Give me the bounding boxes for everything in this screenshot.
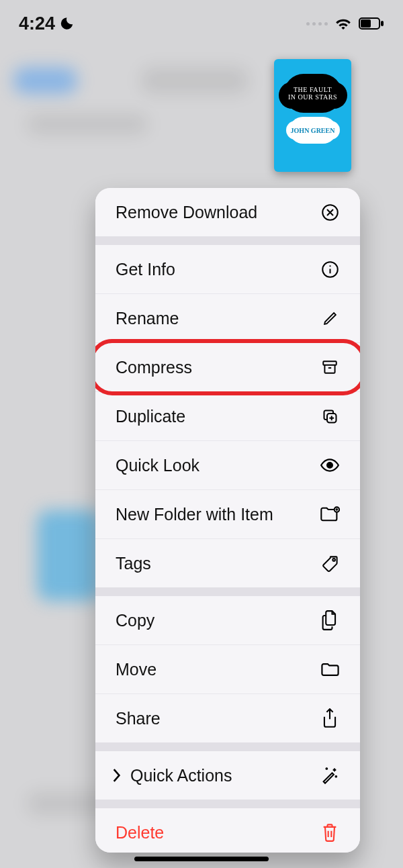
menu-item-label: Get Info	[116, 260, 320, 279]
file-preview-thumbnail[interactable]: THE FAULTIN OUR STARS JOHN GREEN	[274, 59, 351, 172]
menu-item-label: Share	[116, 709, 320, 728]
dnd-moon-icon	[59, 16, 74, 31]
book-title-cloud: THE FAULTIN OUR STARS	[284, 74, 342, 113]
menu-item-label: Remove Download	[116, 203, 320, 222]
menu-item-delete[interactable]: Delete	[95, 808, 360, 853]
menu-item-quick-look[interactable]: Quick Look	[95, 441, 360, 490]
menu-item-label: Copy	[116, 611, 320, 630]
chevron-right-icon	[111, 768, 121, 783]
menu-separator	[95, 742, 360, 751]
folder-icon	[320, 659, 340, 679]
menu-item-copy[interactable]: Copy	[95, 596, 360, 645]
share-icon	[320, 708, 340, 728]
trash-icon	[320, 822, 340, 842]
menu-item-label: Delete	[116, 823, 320, 842]
menu-item-move[interactable]: Move	[95, 645, 360, 694]
home-indicator	[134, 857, 269, 861]
battery-icon	[359, 17, 384, 30]
menu-item-duplicate[interactable]: Duplicate	[95, 392, 360, 441]
info-circle-icon	[320, 259, 340, 279]
status-bar-right	[306, 17, 384, 30]
status-bar-left: 4:24	[19, 13, 74, 34]
folder-plus-icon	[320, 504, 340, 524]
status-dots-icon	[306, 22, 328, 26]
book-title-line2: IN OUR STARS	[288, 93, 337, 101]
menu-item-label: Compress	[116, 358, 320, 377]
duplicate-icon	[320, 406, 340, 426]
pencil-icon	[320, 308, 340, 328]
svg-rect-6	[323, 361, 337, 365]
menu-separator	[95, 236, 360, 245]
svg-point-5	[329, 265, 330, 267]
menu-item-remove-download[interactable]: Remove Download	[95, 188, 360, 236]
tag-icon	[320, 553, 340, 573]
book-title-line1: THE FAULT	[294, 86, 332, 93]
eye-icon	[320, 455, 340, 475]
doc-on-doc-icon	[320, 610, 340, 630]
menu-item-label: Move	[116, 660, 320, 679]
status-time: 4:24	[19, 13, 55, 34]
svg-rect-2	[381, 21, 384, 26]
menu-item-quick-actions[interactable]: Quick Actions	[95, 751, 360, 800]
menu-item-label: Quick Look	[116, 456, 320, 475]
menu-item-label: New Folder with Item	[116, 505, 320, 524]
status-bar: 4:24	[0, 0, 403, 47]
menu-separator	[95, 587, 360, 596]
menu-item-label: Duplicate	[116, 407, 320, 426]
svg-point-10	[332, 559, 335, 561]
book-author-cloud: JOHN GREEN	[289, 117, 337, 144]
x-circle-icon	[320, 202, 340, 222]
menu-item-share[interactable]: Share	[95, 694, 360, 742]
svg-rect-1	[361, 19, 371, 28]
book-author: JOHN GREEN	[291, 127, 335, 134]
context-menu: Remove DownloadGet InfoRenameCompressDup…	[95, 188, 360, 853]
svg-point-8	[327, 463, 332, 468]
wifi-icon	[334, 17, 352, 30]
menu-item-label: Rename	[116, 309, 320, 328]
menu-item-new-folder-with-item[interactable]: New Folder with Item	[95, 490, 360, 539]
menu-separator	[95, 800, 360, 808]
menu-item-compress[interactable]: Compress	[95, 343, 360, 392]
menu-item-tags[interactable]: Tags	[95, 539, 360, 587]
menu-item-get-info[interactable]: Get Info	[95, 245, 360, 294]
menu-item-label: Quick Actions	[130, 766, 320, 785]
menu-item-label: Tags	[116, 554, 320, 573]
menu-item-rename[interactable]: Rename	[95, 294, 360, 343]
wand-icon	[320, 765, 340, 785]
archive-box-icon	[320, 357, 340, 377]
